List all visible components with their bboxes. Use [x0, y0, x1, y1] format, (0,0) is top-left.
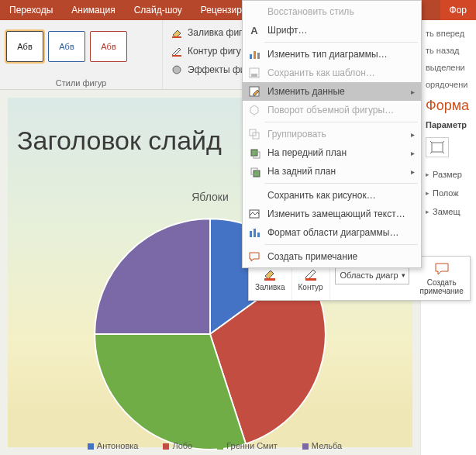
comment-icon	[247, 250, 261, 264]
legend-item[interactable]: Мельба	[293, 441, 342, 450]
sidebar-item-alt-text[interactable]: ▸Замещ	[426, 202, 476, 221]
submenu-arrow-icon: ▸	[411, 130, 415, 139]
shape-fill-label: Заливка фиг	[188, 27, 242, 38]
rotate-3d-icon	[247, 103, 261, 117]
shape-fill-button[interactable]: Заливка фиг	[169, 25, 247, 40]
svg-rect-5	[257, 53, 260, 59]
chevron-down-icon: ▾	[402, 271, 405, 279]
menu-save-as-template[interactable]: Сохранить как шаблон…	[243, 64, 421, 82]
arrange-label[interactable]: орядочени	[426, 76, 476, 93]
menu-group[interactable]: Группировать ▸	[243, 125, 421, 143]
chart-legend[interactable]: АнтоновкаЛобоГренни СмитМельба	[0, 441, 420, 450]
shape-outline-button[interactable]: Контур фигу	[169, 43, 247, 59]
svg-rect-11	[251, 150, 257, 156]
shape-effects-button[interactable]: Эффекты фи	[169, 62, 247, 78]
mini-chart-element-selector[interactable]: Область диагр ▾	[335, 266, 409, 284]
tab-format[interactable]: Фор	[440, 0, 476, 20]
send-backward-label[interactable]: ть назад	[426, 42, 476, 59]
menu-reset-style[interactable]: Восстановить стиль	[243, 2, 421, 21]
shape-style-swatch-1[interactable]: Абв	[6, 31, 43, 62]
pen-outline-icon	[171, 45, 183, 57]
shape-effects-label: Эффекты фи	[188, 64, 245, 75]
shape-style-swatch-3[interactable]: Абв	[90, 31, 127, 62]
menu-change-chart-type[interactable]: Изменить тип диаграммы…	[243, 45, 421, 64]
chart-type-icon	[247, 47, 261, 61]
tab-slideshow[interactable]: Слайд-шоу	[125, 0, 191, 20]
menu-edit-alt-text[interactable]: Изменить замещающий текст…	[243, 205, 421, 223]
legend-item[interactable]: Гренни Смит	[208, 441, 278, 450]
blank-icon	[247, 188, 261, 202]
shape-outline-label: Контур фигу	[188, 46, 241, 57]
blank-icon	[247, 5, 261, 19]
menu-3d-rotation[interactable]: Поворот объемной фигуры…	[243, 101, 421, 119]
comment-icon	[434, 261, 450, 277]
svg-rect-20	[305, 278, 316, 281]
svg-point-2	[173, 66, 181, 74]
format-pane-subtitle: Параметр	[426, 120, 476, 129]
svg-rect-7	[251, 74, 257, 77]
shape-style-swatch-2[interactable]: Абв	[48, 31, 85, 62]
sidebar-item-size[interactable]: ▸Размер	[426, 165, 476, 184]
svg-rect-3	[250, 54, 252, 59]
save-template-icon	[247, 66, 261, 80]
menu-new-comment[interactable]: Создать примечание	[243, 247, 421, 266]
menu-bring-to-front[interactable]: На передний план ▸	[243, 143, 421, 162]
size-position-icon[interactable]	[426, 137, 449, 157]
format-pane-title: Форма	[426, 98, 476, 114]
group-shape-format: Заливка фиг Контур фигу Эффекты фи	[163, 20, 254, 89]
submenu-arrow-icon: ▸	[411, 149, 415, 157]
sidebar-item-position[interactable]: ▸Полож	[426, 184, 476, 202]
slide-title[interactable]: Заголовок слайд	[17, 126, 222, 156]
svg-rect-4	[254, 51, 256, 59]
svg-rect-18	[257, 233, 260, 237]
svg-rect-0	[172, 36, 181, 38]
paint-bucket-icon	[171, 26, 183, 39]
svg-rect-16	[250, 231, 252, 237]
legend-item[interactable]: Антоновка	[78, 441, 139, 450]
tab-animation[interactable]: Анимация	[62, 0, 124, 20]
svg-rect-13	[254, 171, 260, 177]
legend-item[interactable]: Лобо	[153, 441, 192, 450]
menu-save-as-picture[interactable]: Сохранить как рисунок…	[243, 186, 421, 205]
menu-format-chart-area[interactable]: Формат области диаграммы…	[243, 223, 421, 242]
selection-label[interactable]: выделени	[426, 59, 476, 76]
menu-send-to-back[interactable]: На задний план ▸	[243, 162, 421, 181]
svg-rect-19	[264, 278, 275, 281]
tab-transitions[interactable]: Переходы	[0, 0, 62, 20]
pie-slice[interactable]	[95, 219, 210, 334]
menu-edit-data[interactable]: Изменить данные ▸	[243, 82, 421, 101]
submenu-arrow-icon: ▸	[411, 167, 415, 176]
chevron-right-icon: ▸	[426, 189, 429, 197]
submenu-arrow-icon: ▸	[411, 88, 415, 96]
send-back-icon	[247, 164, 261, 178]
menu-font[interactable]: A Шрифт…	[243, 21, 421, 40]
mini-new-comment-button[interactable]: Создать примечание	[414, 257, 470, 300]
format-chart-icon	[247, 226, 261, 240]
edit-data-icon	[247, 84, 261, 98]
svg-rect-1	[172, 55, 181, 57]
group-shape-styles: Абв Абв Абв Стили фигур	[0, 20, 163, 89]
context-menu: Восстановить стиль A Шрифт… Изменить тип…	[242, 0, 422, 268]
chevron-right-icon: ▸	[426, 208, 429, 215]
group-icon	[247, 127, 261, 141]
font-icon: A	[247, 23, 261, 37]
group-label-shape-styles: Стили фигур	[6, 75, 156, 88]
chevron-right-icon: ▸	[426, 171, 429, 178]
effects-icon	[171, 64, 183, 76]
alt-text-icon	[247, 207, 261, 221]
svg-rect-17	[254, 229, 256, 237]
sidebar-format-pane: ть вперед ть назад выделени орядочени Фо…	[420, 20, 476, 455]
bring-forward-label[interactable]: ть вперед	[426, 25, 476, 42]
bring-front-icon	[247, 146, 261, 160]
